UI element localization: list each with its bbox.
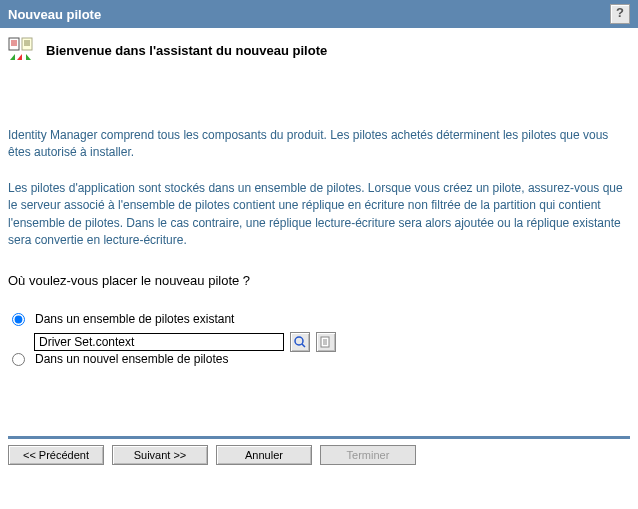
button-row: << Précédent Suivant >> Annuler Terminer bbox=[0, 445, 638, 475]
driverset-input[interactable] bbox=[34, 333, 284, 351]
history-icon[interactable] bbox=[316, 332, 336, 352]
option-new-row: Dans un nouvel ensemble de pilotes bbox=[12, 352, 630, 366]
paragraph-1: Identity Manager comprend tous les compo… bbox=[8, 127, 630, 162]
cancel-button[interactable]: Annuler bbox=[216, 445, 312, 465]
svg-rect-0 bbox=[9, 38, 19, 50]
option-existing-label: Dans un ensemble de pilotes existant bbox=[35, 312, 234, 326]
radio-new-driverset[interactable] bbox=[12, 353, 25, 366]
option-new-label: Dans un nouvel ensemble de pilotes bbox=[35, 352, 228, 366]
title-bar: Nouveau pilote ? bbox=[0, 0, 638, 28]
title-text: Nouveau pilote bbox=[8, 7, 101, 22]
paragraph-2: Les pilotes d'application sont stockés d… bbox=[8, 180, 630, 250]
separator bbox=[8, 436, 630, 439]
options-group: Dans un ensemble de pilotes existant bbox=[12, 312, 630, 366]
svg-rect-4 bbox=[22, 38, 32, 50]
existing-controls bbox=[34, 332, 630, 352]
placement-question: Où voulez-vous placer le nouveau pilote … bbox=[8, 273, 630, 288]
back-button[interactable]: << Précédent bbox=[8, 445, 104, 465]
svg-line-12 bbox=[302, 344, 305, 347]
browse-icon[interactable] bbox=[290, 332, 310, 352]
option-existing-row: Dans un ensemble de pilotes existant bbox=[12, 312, 630, 326]
radio-existing-driverset[interactable] bbox=[12, 313, 25, 326]
svg-point-11 bbox=[295, 337, 303, 345]
svg-marker-10 bbox=[26, 54, 31, 60]
next-button[interactable]: Suivant >> bbox=[112, 445, 208, 465]
wizard-icon bbox=[8, 36, 36, 64]
help-icon[interactable]: ? bbox=[610, 4, 630, 24]
finish-button: Terminer bbox=[320, 445, 416, 465]
svg-marker-9 bbox=[17, 54, 22, 60]
intro-row: Bienvenue dans l'assistant du nouveau pi… bbox=[0, 28, 638, 72]
intro-heading: Bienvenue dans l'assistant du nouveau pi… bbox=[46, 43, 327, 58]
svg-marker-8 bbox=[10, 54, 15, 60]
